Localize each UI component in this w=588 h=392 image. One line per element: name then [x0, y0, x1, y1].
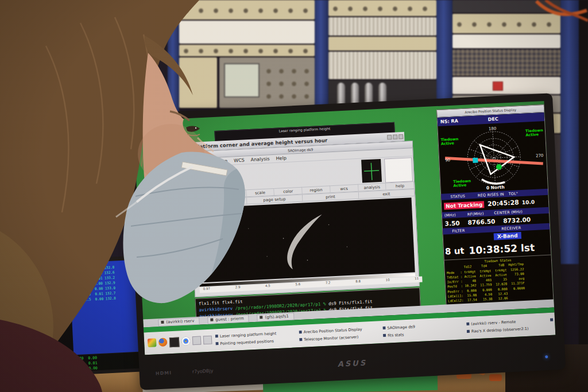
person: [0, 0, 588, 392]
eye: [186, 126, 200, 132]
photo-scene: 184 42.6 0.00 132.8186 42.1 0.00 132.618…: [0, 0, 588, 392]
eye-highlight: [195, 127, 196, 129]
